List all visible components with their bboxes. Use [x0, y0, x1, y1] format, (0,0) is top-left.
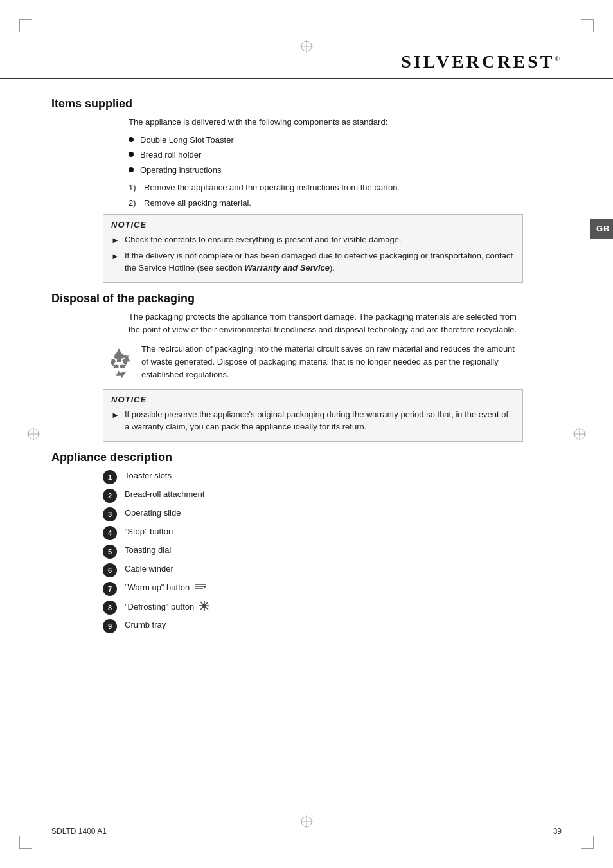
notice-text-3: If possible preserve the appliance's ori…: [125, 408, 515, 433]
bullet-item-3: Operating instructions: [140, 164, 221, 177]
numbered-list: 1) Remove the appliance and the operatin…: [129, 181, 562, 209]
circle-num-6: 6: [103, 563, 117, 577]
appliance-item-6: Cable winder: [125, 563, 173, 575]
appliance-item-2: Bread-roll attachment: [125, 488, 204, 501]
footer: SDLTD 1400 A1 39: [51, 827, 562, 836]
list-item: Operating instructions: [129, 164, 562, 177]
list-item: Bread roll holder: [129, 149, 562, 161]
notice-box-2: NOTICE ► If possible preserve the applia…: [103, 389, 523, 442]
notice-item-1: ► Check the contents to ensure everythin…: [111, 233, 515, 247]
footer-page: 39: [553, 827, 562, 836]
notice-item-2: ► If the delivery is not complete or has…: [111, 249, 515, 275]
recycle-icon: ♻: [103, 343, 141, 383]
appliance-item-1: Toaster slots: [125, 469, 172, 482]
bullet-item-1: Double Long Slot Toaster: [140, 134, 234, 147]
recycle-section: ♻ The recirculation of packaging into th…: [103, 343, 523, 383]
circle-num-8: 8: [103, 601, 117, 615]
page: SilverCrest® GB Items supplied The appli…: [0, 0, 613, 868]
arrow-icon: ►: [111, 409, 120, 422]
appliance-item-9: Crumb tray: [125, 619, 166, 631]
circle-num-5: 5: [103, 545, 117, 559]
brand-label: Silver: [401, 51, 482, 71]
bullet-dot: [129, 167, 134, 172]
list-item: 1 Toaster slots: [103, 469, 562, 484]
notice-item-3: ► If possible preserve the appliance's o…: [111, 408, 515, 433]
bullet-dot: [129, 137, 134, 142]
circle-num-3: 3: [103, 507, 117, 521]
circle-num-7: 7: [103, 582, 117, 596]
items-supplied-intro: The appliance is delivered with the foll…: [129, 116, 562, 129]
num-2: 2): [129, 197, 144, 210]
arrow-icon: ►: [111, 250, 120, 263]
list-item: 1) Remove the appliance and the operatin…: [129, 181, 562, 194]
appliance-item-4: “Stop” button: [125, 525, 173, 538]
list-item: 6 Cable winder: [103, 563, 562, 577]
list-item: 3 Operating slide: [103, 507, 562, 521]
appliance-list: 1 Toaster slots 2 Bread-roll attachment …: [103, 469, 562, 634]
svg-text:♻: ♻: [109, 348, 129, 375]
disposal-para1: The packaging protects the appliance fro…: [129, 311, 523, 336]
list-item: 8 "Defrosting" button: [103, 600, 562, 615]
appliance-item-7: "Warm up" button: [125, 581, 207, 594]
num-1: 1): [129, 181, 144, 194]
bullet-item-2: Bread roll holder: [140, 149, 201, 161]
numbered-item-2: Remove all packing material.: [144, 197, 251, 210]
items-bullet-list: Double Long Slot Toaster Bread roll hold…: [129, 134, 562, 177]
brand-label2: Crest: [482, 51, 555, 71]
circle-num-2: 2: [103, 489, 117, 503]
corner-mark-bl: [19, 836, 32, 849]
content: Items supplied The appliance is delivere…: [0, 79, 613, 672]
items-supplied-title: Items supplied: [51, 97, 562, 111]
list-item: 9 Crumb tray: [103, 619, 562, 633]
disposal-para2: The recirculation of packaging into the …: [141, 343, 523, 383]
warmup-icon: [194, 582, 207, 595]
appliance-item-8: "Defrosting" button: [125, 600, 210, 615]
disposal-title: Disposal of the packaging: [51, 292, 562, 305]
list-item: 5 Toasting dial: [103, 544, 562, 559]
defrost-icon: [199, 600, 210, 615]
circle-num-9: 9: [103, 619, 117, 633]
list-item: Double Long Slot Toaster: [129, 134, 562, 147]
list-item: 7 "Warm up" button: [103, 581, 562, 596]
brand-name: SilverCrest®: [51, 51, 562, 72]
bullet-dot: [129, 152, 134, 157]
appliance-item-5: Toasting dial: [125, 544, 171, 557]
notice-text-1: Check the contents to ensure everything …: [125, 233, 402, 246]
list-item: 4 “Stop” button: [103, 525, 562, 540]
notice-text-2: If the delivery is not complete or has b…: [125, 249, 515, 275]
notice-title-1: NOTICE: [111, 220, 515, 230]
header: SilverCrest®: [0, 0, 613, 79]
corner-mark-br: [581, 836, 594, 849]
arrow-icon: ►: [111, 234, 120, 247]
brand-registered: ®: [555, 55, 562, 62]
list-item: 2) Remove all packing material.: [129, 197, 562, 210]
appliance-item-3: Operating slide: [125, 507, 181, 520]
circle-num-4: 4: [103, 526, 117, 540]
notice-title-2: NOTICE: [111, 395, 515, 404]
numbered-item-1: Remove the appliance and the operating i…: [144, 181, 400, 194]
appliance-title: Appliance description: [51, 451, 562, 464]
footer-model: SDLTD 1400 A1: [51, 827, 107, 836]
notice-box-1: NOTICE ► Check the contents to ensure ev…: [103, 214, 523, 283]
circle-num-1: 1: [103, 470, 117, 484]
list-item: 2 Bread-roll attachment: [103, 488, 562, 503]
